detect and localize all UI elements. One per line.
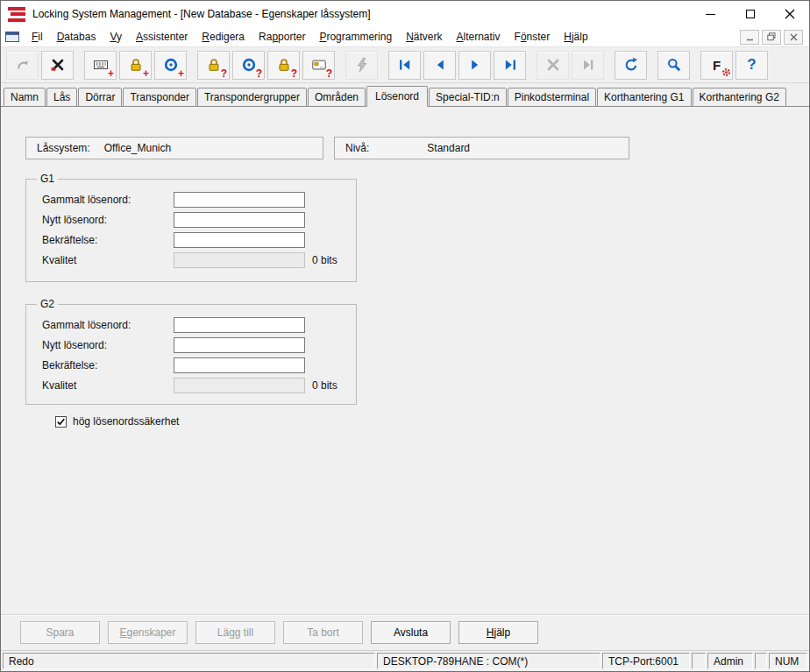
lock-icon (276, 57, 292, 73)
next-match-button (572, 51, 604, 80)
statusbar-ready: Redo (3, 653, 375, 669)
child-restore-button[interactable] (762, 30, 781, 45)
egenskaper-button: Egenskaper (108, 621, 188, 644)
next-record-icon (467, 57, 483, 73)
avsluta-button[interactable]: Avsluta (371, 621, 451, 644)
child-minimize-button[interactable] (740, 30, 759, 45)
tab-dorrar[interactable]: Dörrar (78, 88, 122, 107)
read-card-button[interactable]: ? (302, 51, 335, 80)
menu-item-rapporter[interactable]: Rapporter (252, 28, 312, 46)
g2-confirm-input[interactable] (174, 357, 305, 373)
child-window-controls (740, 30, 806, 45)
tab-las[interactable]: Lås (46, 88, 77, 107)
title-bar: Locking System Management - [New Databas… (1, 1, 809, 27)
menu-item-vy[interactable]: Vy (103, 28, 129, 46)
last-record-icon (502, 57, 518, 73)
high-password-security-checkbox[interactable]: hög lösenordssäkerhet (55, 415, 179, 428)
tab-namn[interactable]: Namn (4, 88, 46, 107)
g1-old-password-input[interactable] (174, 192, 305, 208)
g1-confirm-row: Bekräftelse: (42, 230, 356, 250)
keyboard-icon (93, 57, 109, 73)
last-record-button[interactable] (494, 51, 526, 80)
menu-item-redigera[interactable]: Redigera (195, 28, 252, 46)
read-transponder-button[interactable]: ? (232, 51, 265, 80)
maximize-button[interactable] (730, 1, 770, 27)
spara-button: Spara (20, 621, 100, 644)
statusbar-spacer-1 (692, 653, 706, 669)
group-g2-title: G2 (37, 298, 58, 310)
g2-quality-bits: 0 bits (312, 379, 338, 392)
first-record-icon (397, 57, 413, 73)
tab-korthantering-g2[interactable]: Korthantering G2 (693, 88, 786, 107)
tab-transponder[interactable]: Transponder (123, 88, 196, 107)
g2-new-password-row: Nytt lösenord: (42, 336, 356, 355)
content-area: Låssystem: Office_Munich Nivå: Standard … (1, 107, 809, 614)
help-button[interactable]: ? (735, 51, 768, 80)
locking-system-value: Office_Munich (104, 142, 171, 154)
new-locking-system-button[interactable]: + (84, 51, 117, 80)
g2-confirm-row: Bekräftelse: (42, 356, 356, 375)
refresh-button[interactable] (615, 51, 647, 80)
footer-buttons: SparaEgenskaperLägg tillTa bortAvslutaHj… (20, 621, 546, 644)
tab-losenord[interactable]: Lösenord (366, 86, 428, 107)
group-box-g1: G1 Gammalt lösenord: Nytt lösenord: Bekr… (25, 173, 357, 282)
g1-quality-bits: 0 bits (312, 254, 338, 266)
child-close-icon (790, 33, 798, 41)
g2-quality-label: Kvalitet (42, 379, 174, 392)
tab-omraden[interactable]: Områden (308, 88, 366, 107)
new-transponder-button[interactable]: + (154, 51, 187, 80)
read-lock-button[interactable]: ? (197, 51, 230, 80)
child-close-button[interactable] (784, 30, 803, 45)
menu-bar: FilDatabasVyAssistenterRedigeraRapporter… (1, 27, 809, 47)
menu-item-assistenter[interactable]: Assistenter (129, 28, 195, 46)
g2-confirm-label: Bekräftelse: (42, 359, 174, 371)
minimize-button[interactable] (691, 1, 730, 27)
next-record-button[interactable] (458, 51, 491, 80)
level-box: Nivå: Standard (334, 137, 629, 159)
g2-old-password-input[interactable] (174, 317, 305, 333)
lock-icon (206, 57, 222, 73)
g1-new-password-label: Nytt lösenord: (42, 214, 174, 226)
hjalp-button[interactable]: Hjälp (458, 621, 538, 644)
statusbar-spacer-2 (755, 653, 767, 669)
undo-arrow-icon (15, 57, 31, 73)
read-mifare-lock-button[interactable]: ? (267, 51, 300, 80)
menu-item-natverk[interactable]: Nätverk (399, 28, 449, 46)
tab-korthantering-g1[interactable]: Korthantering G1 (597, 88, 691, 107)
previous-record-button[interactable] (423, 51, 456, 80)
g2-new-password-input[interactable] (174, 337, 305, 353)
tab-pinkodsterminal[interactable]: Pinkodsterminal (508, 88, 596, 107)
app-window: Locking System Management - [New Databas… (0, 0, 810, 672)
menu-item-programmering[interactable]: Programmering (312, 28, 399, 46)
transponder-icon (241, 57, 257, 73)
filter-button[interactable]: F (700, 51, 733, 80)
search-icon (666, 57, 682, 73)
tab-special-tid-n[interactable]: Special-TID:n (429, 88, 507, 107)
g1-confirm-input[interactable] (174, 232, 305, 248)
menu-item-fonster[interactable]: Fönster (508, 28, 558, 46)
search-button[interactable] (657, 51, 690, 80)
tab-bar: NamnLåsDörrarTransponderTranspondergrupp… (1, 83, 809, 107)
first-record-button[interactable] (388, 51, 421, 80)
menu-item-hjalp[interactable]: Hjälp (557, 28, 594, 46)
g2-old-password-label: Gammalt lösenord: (42, 319, 174, 331)
toolbar-separator (380, 51, 388, 80)
locking-system-label: Låssystem: (37, 142, 90, 154)
footer: SparaEgenskaperLägg tillTa bortAvslutaHj… (1, 614, 809, 650)
menu-item-databas[interactable]: Databas (50, 28, 103, 46)
menu-item-alternativ[interactable]: Alternativ (450, 28, 508, 46)
skip-to-end-icon (580, 57, 596, 73)
window-controls (691, 1, 809, 27)
toolbar-separator (693, 51, 700, 80)
g1-new-password-input[interactable] (174, 212, 305, 228)
level-label: Nivå: (345, 142, 369, 154)
tab-transpondergrupper[interactable]: Transpondergrupper (197, 88, 307, 107)
disconnect-button[interactable] (41, 51, 74, 80)
checkbox-label: hög lösenordssäkerhet (73, 415, 179, 428)
toolbar-separator (607, 51, 615, 80)
menu-item-fil[interactable]: Fil (25, 28, 50, 46)
help-icon: ? (744, 56, 760, 74)
new-lock-button[interactable]: + (119, 51, 152, 80)
close-button[interactable] (770, 1, 809, 27)
toolbar-separator (338, 51, 345, 80)
